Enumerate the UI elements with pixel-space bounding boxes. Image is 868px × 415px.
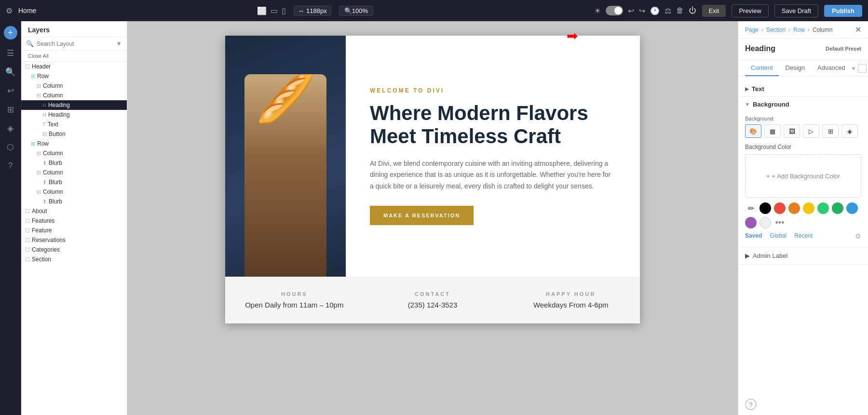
layer-item-button1[interactable]: ⊡ Button [21, 129, 127, 139]
layer-item-row2[interactable]: ⊞ Row [21, 139, 127, 148]
footer-hours-value: Open Daily from 11am – 10pm [225, 301, 364, 309]
admin-label-header[interactable]: ▶ Admin Label [738, 247, 868, 264]
history-icon[interactable]: 🕐 [650, 6, 660, 15]
device-icons: ⬜ ▭ ▯ [257, 6, 286, 15]
bg-color-icon[interactable]: 🎨 [745, 124, 761, 138]
portability-icon[interactable]: ⬡ [7, 142, 14, 152]
settings-icon[interactable]: ⚖ [665, 6, 671, 15]
close-all-button[interactable]: Close All [21, 51, 127, 62]
layer-item-col4[interactable]: ⊟ Column [21, 168, 127, 177]
theme-icon[interactable]: ◈ [7, 123, 14, 134]
cta-button[interactable]: MAKE A RESERVATION [370, 206, 474, 225]
background-section-header[interactable]: ▼ Background [738, 97, 868, 112]
layer-item-heading2[interactable]: H Heading [21, 110, 127, 120]
color-swatch[interactable] [760, 202, 771, 214]
color-picker-icon[interactable]: ✏ [745, 202, 757, 214]
layer-item-categories[interactable]: ☐ Categories [21, 245, 127, 254]
breadcrumb-column[interactable]: Column [813, 27, 832, 33]
chevron-down-icon[interactable]: ▾ [852, 65, 855, 72]
desktop-icon[interactable]: ⬜ [257, 6, 267, 15]
bg-mask-icon[interactable]: ◈ [841, 124, 858, 138]
redo-icon[interactable]: ↪ [639, 6, 645, 15]
footer-hours-title: HOURS [225, 291, 364, 297]
color-settings-icon[interactable]: ⚙ [855, 232, 861, 240]
layer-item-header[interactable]: ☐ Header [21, 62, 127, 71]
power-icon[interactable]: ⏻ [689, 6, 696, 15]
color-swatch[interactable] [832, 202, 843, 214]
canvas-area: ➡ 🥖 WELCOME TO DIVI Where [127, 21, 738, 415]
add-module-button[interactable]: + [4, 26, 17, 40]
text-section-header[interactable]: ▶ Text [738, 81, 868, 96]
preview-button[interactable]: Preview [732, 4, 768, 17]
red-arrow-indicator: ➡ [567, 28, 578, 44]
layout-icon[interactable]: ⊞ [7, 105, 14, 115]
undo-icon[interactable]: ↩ [628, 6, 634, 15]
layer-item-about[interactable]: ☐ About [21, 206, 127, 216]
layer-item-feature[interactable]: ☐ Feature [21, 226, 127, 235]
preset-label[interactable]: Default Preset [826, 46, 861, 52]
publish-button[interactable]: Publish [824, 5, 862, 17]
search-icon[interactable]: 🔍 [5, 67, 15, 77]
color-swatch[interactable] [745, 217, 757, 228]
size-box[interactable]: ↔ 1188px [294, 6, 331, 16]
bg-image-icon[interactable]: 🖼 [784, 124, 800, 138]
color-tab-saved[interactable]: Saved [745, 232, 762, 240]
bg-pattern-icon[interactable]: ⊞ [822, 124, 839, 138]
color-swatch[interactable] [817, 202, 829, 214]
tab-design[interactable]: Design [780, 60, 811, 76]
history-sidebar-icon[interactable]: ↩ [7, 86, 14, 96]
layers-icon[interactable]: ☰ [7, 48, 14, 58]
color-tab-recent[interactable]: Recent [794, 232, 813, 240]
add-background-color-button[interactable]: + + Add Background Color [745, 154, 861, 198]
layer-item-blurb3[interactable]: ⬆ Blurb [21, 197, 127, 206]
layer-item-col3[interactable]: ⊟ Column [21, 148, 127, 158]
help-icon[interactable]: ? [8, 161, 13, 171]
close-panel-button[interactable]: ✕ [855, 25, 861, 34]
hero-subtitle: WELCOME TO DIVI [370, 87, 616, 94]
layer-item-blurb1[interactable]: ⬆ Blurb [21, 158, 127, 168]
bg-gradient-icon[interactable]: ▦ [764, 124, 781, 138]
layer-item-features[interactable]: ☐ Features [21, 216, 127, 226]
sun-icon[interactable]: ☀ [594, 6, 601, 15]
more-swatches-icon[interactable]: ••• [774, 217, 786, 228]
search-input[interactable] [37, 40, 113, 47]
tablet-icon[interactable]: ▭ [271, 6, 278, 15]
layer-item-section[interactable]: ☐ Section [21, 254, 127, 264]
breadcrumb-row[interactable]: Row [793, 27, 805, 33]
zoom-box[interactable]: 🔍 100% [339, 6, 373, 16]
hero-content: WELCOME TO DIVI Where Modern Flavors Mee… [346, 36, 640, 277]
color-swatch[interactable] [760, 217, 771, 228]
exit-button[interactable]: Exit [702, 5, 726, 17]
layer-item-heading1[interactable]: H Heading [21, 100, 127, 110]
footer-col-happyhour: HAPPY HOUR Weekdays From 4-6pm [502, 291, 640, 309]
text-section-label: Text [752, 85, 764, 93]
filter-icon[interactable]: ▼ [116, 40, 122, 47]
breadcrumb-page[interactable]: Page [745, 27, 759, 33]
color-swatch[interactable] [788, 202, 800, 214]
layer-item-col2[interactable]: ⊟ Column [21, 91, 127, 100]
layer-item-col1[interactable]: ⊟ Column [21, 81, 127, 91]
trash-icon[interactable]: 🗑 [676, 6, 684, 15]
bg-video-icon[interactable]: ▷ [803, 124, 819, 138]
gear-icon[interactable]: ⚙ [6, 6, 13, 15]
layer-item-row1[interactable]: ⊞ Row [21, 71, 127, 81]
breadcrumb-path: Page › Section › Row › Column [745, 27, 832, 33]
layer-item-reservations[interactable]: ☐ Reservations [21, 235, 127, 245]
save-draft-button[interactable]: Save Draft [774, 4, 818, 17]
panel-maximize-button[interactable] [858, 64, 867, 73]
color-swatch[interactable] [774, 202, 786, 214]
tab-advanced[interactable]: Advanced [812, 60, 851, 76]
layer-item-text1[interactable]: T Text [21, 120, 127, 129]
breadcrumb-section[interactable]: Section [766, 27, 786, 33]
layer-item-blurb2[interactable]: ⬆ Blurb [21, 177, 127, 187]
tab-content[interactable]: Content [745, 60, 779, 76]
theme-toggle[interactable] [606, 6, 623, 15]
help-button[interactable]: ? [745, 399, 757, 410]
plus-icon: + [766, 173, 770, 180]
color-tab-global[interactable]: Global [770, 232, 787, 240]
layer-item-col5[interactable]: ⊟ Column [21, 187, 127, 197]
mobile-icon[interactable]: ▯ [282, 6, 286, 15]
color-swatch[interactable] [846, 202, 858, 214]
color-swatch[interactable] [803, 202, 814, 214]
chevron-down-icon: ▼ [745, 102, 750, 107]
